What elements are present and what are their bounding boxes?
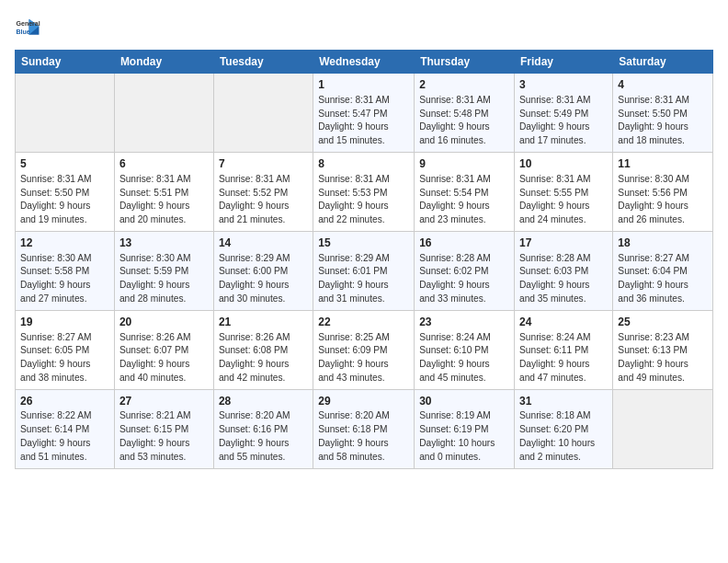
weekday-header-tuesday: Tuesday bbox=[213, 51, 313, 74]
day-number: 1 bbox=[318, 77, 409, 93]
calendar-day-16: 16Sunrise: 8:28 AMSunset: 6:02 PMDayligh… bbox=[415, 231, 515, 310]
calendar-day-8: 8Sunrise: 8:31 AMSunset: 5:53 PMDaylight… bbox=[313, 152, 415, 231]
day-number: 19 bbox=[20, 315, 109, 330]
day-info-line: Sunset: 6:16 PM bbox=[219, 424, 288, 434]
day-info-line: Sunset: 5:55 PM bbox=[519, 188, 588, 198]
day-info-line: Daylight: 9 hours bbox=[618, 121, 688, 132]
calendar-day-14: 14Sunrise: 8:29 AMSunset: 6:00 PMDayligh… bbox=[213, 231, 313, 310]
day-info-line: Sunrise: 8:29 AM bbox=[219, 253, 290, 263]
day-content: Sunrise: 8:23 AMSunset: 6:13 PMDaylight:… bbox=[618, 331, 708, 385]
calendar-day-11: 11Sunrise: 8:30 AMSunset: 5:56 PMDayligh… bbox=[613, 152, 713, 231]
day-info-line: Sunset: 6:14 PM bbox=[20, 424, 89, 434]
day-number: 21 bbox=[219, 315, 308, 330]
day-info-line: and 47 minutes. bbox=[519, 373, 586, 383]
weekday-header-wednesday: Wednesday bbox=[313, 51, 415, 74]
day-info-line: Sunrise: 8:31 AM bbox=[419, 95, 491, 105]
day-number: 29 bbox=[318, 394, 409, 409]
day-content: Sunrise: 8:22 AMSunset: 6:14 PMDaylight:… bbox=[20, 409, 109, 464]
weekday-header-sunday: Sunday bbox=[16, 51, 115, 74]
day-info-line: Sunrise: 8:26 AM bbox=[219, 332, 290, 342]
day-info-line: Sunset: 5:58 PM bbox=[20, 266, 89, 276]
day-info-line: Sunrise: 8:31 AM bbox=[119, 174, 191, 184]
day-info-line: Sunset: 5:53 PM bbox=[318, 188, 387, 198]
day-info-line: and 22 minutes. bbox=[318, 214, 385, 224]
day-info-line: Daylight: 9 hours bbox=[219, 201, 289, 211]
day-info-line: Daylight: 9 hours bbox=[519, 280, 589, 290]
day-content: Sunrise: 8:27 AMSunset: 6:05 PMDaylight:… bbox=[20, 331, 109, 385]
day-info-line: and 38 minutes. bbox=[20, 373, 87, 383]
day-info-line: Sunset: 6:18 PM bbox=[318, 424, 387, 434]
day-info-line: Sunset: 5:54 PM bbox=[419, 188, 488, 198]
calendar-table: SundayMondayTuesdayWednesdayThursdayFrid… bbox=[15, 50, 713, 469]
day-info-line: Sunrise: 8:24 AM bbox=[419, 332, 491, 342]
day-number: 7 bbox=[219, 156, 308, 172]
calendar-day-4: 4Sunrise: 8:31 AMSunset: 5:50 PMDaylight… bbox=[613, 74, 713, 153]
calendar-day-3: 3Sunrise: 8:31 AMSunset: 5:49 PMDaylight… bbox=[515, 74, 613, 153]
day-info-line: and 23 minutes. bbox=[419, 214, 486, 224]
day-number: 20 bbox=[119, 315, 209, 330]
day-number: 16 bbox=[419, 236, 509, 251]
day-info-line: Daylight: 9 hours bbox=[318, 201, 388, 211]
day-info-line: Daylight: 9 hours bbox=[219, 359, 289, 369]
day-info-line: and 20 minutes. bbox=[119, 214, 187, 224]
day-number: 3 bbox=[519, 77, 608, 93]
calendar-empty-cell bbox=[114, 74, 213, 153]
day-info-line: Sunrise: 8:31 AM bbox=[20, 174, 92, 184]
day-info-line: Sunrise: 8:18 AM bbox=[519, 410, 591, 420]
day-info-line: Sunrise: 8:30 AM bbox=[618, 174, 689, 184]
day-info-line: Daylight: 9 hours bbox=[20, 438, 90, 448]
day-info-line: and 31 minutes. bbox=[318, 293, 385, 304]
day-info-line: Sunset: 6:13 PM bbox=[618, 345, 687, 355]
weekday-header-thursday: Thursday bbox=[415, 51, 515, 74]
day-info-line: and 17 minutes. bbox=[519, 135, 586, 145]
day-info-line: Sunset: 6:20 PM bbox=[519, 424, 588, 434]
day-info-line: and 55 minutes. bbox=[219, 452, 286, 462]
day-info-line: Daylight: 9 hours bbox=[419, 121, 489, 132]
day-info-line: Daylight: 9 hours bbox=[618, 359, 688, 369]
calendar-day-17: 17Sunrise: 8:28 AMSunset: 6:03 PMDayligh… bbox=[515, 231, 613, 310]
calendar-day-6: 6Sunrise: 8:31 AMSunset: 5:51 PMDaylight… bbox=[114, 152, 213, 231]
day-info-line: Sunset: 5:50 PM bbox=[20, 188, 89, 198]
day-number: 24 bbox=[519, 315, 608, 330]
day-info-line: and 51 minutes. bbox=[20, 452, 87, 462]
day-info-line: and 19 minutes. bbox=[20, 214, 87, 224]
day-info-line: Sunset: 6:19 PM bbox=[419, 424, 488, 434]
calendar-header-row: SundayMondayTuesdayWednesdayThursdayFrid… bbox=[16, 51, 713, 74]
day-number: 26 bbox=[20, 394, 109, 409]
calendar-day-18: 18Sunrise: 8:27 AMSunset: 6:04 PMDayligh… bbox=[613, 231, 713, 310]
day-info-line: and 35 minutes. bbox=[519, 293, 586, 304]
day-number: 6 bbox=[119, 156, 209, 172]
day-content: Sunrise: 8:18 AMSunset: 6:20 PMDaylight:… bbox=[519, 409, 608, 464]
day-info-line: Sunrise: 8:25 AM bbox=[318, 332, 390, 342]
day-info-line: and 27 minutes. bbox=[20, 293, 87, 304]
day-info-line: Sunrise: 8:31 AM bbox=[318, 95, 390, 105]
calendar-day-22: 22Sunrise: 8:25 AMSunset: 6:09 PMDayligh… bbox=[313, 310, 415, 389]
day-info-line: Sunrise: 8:20 AM bbox=[318, 410, 390, 420]
day-info-line: Sunrise: 8:29 AM bbox=[318, 253, 390, 263]
day-number: 17 bbox=[519, 236, 608, 251]
weekday-header-saturday: Saturday bbox=[613, 51, 713, 74]
calendar-day-9: 9Sunrise: 8:31 AMSunset: 5:54 PMDaylight… bbox=[415, 152, 515, 231]
day-content: Sunrise: 8:24 AMSunset: 6:10 PMDaylight:… bbox=[419, 331, 509, 385]
day-number: 18 bbox=[618, 236, 708, 251]
weekday-header-friday: Friday bbox=[515, 51, 613, 74]
day-number: 10 bbox=[519, 156, 608, 172]
calendar-day-19: 19Sunrise: 8:27 AMSunset: 6:05 PMDayligh… bbox=[16, 310, 115, 389]
day-info-line: and 58 minutes. bbox=[318, 452, 385, 462]
day-info-line: and 15 minutes. bbox=[318, 135, 385, 145]
day-info-line: Daylight: 9 hours bbox=[219, 280, 289, 290]
generalblue-logo-icon: General Blue bbox=[15, 15, 40, 40]
calendar-week-row: 5Sunrise: 8:31 AMSunset: 5:50 PMDaylight… bbox=[16, 152, 713, 231]
calendar-day-2: 2Sunrise: 8:31 AMSunset: 5:48 PMDaylight… bbox=[415, 74, 515, 153]
day-info-line: Sunset: 5:48 PM bbox=[419, 109, 488, 119]
day-info-line: Sunrise: 8:31 AM bbox=[419, 174, 491, 184]
calendar-day-24: 24Sunrise: 8:24 AMSunset: 6:11 PMDayligh… bbox=[515, 310, 613, 389]
day-info-line: Sunset: 6:04 PM bbox=[618, 266, 687, 276]
day-info-line: Sunset: 5:52 PM bbox=[219, 188, 288, 198]
day-number: 22 bbox=[318, 315, 409, 330]
day-info-line: Sunrise: 8:24 AM bbox=[519, 332, 591, 342]
day-info-line: Daylight: 9 hours bbox=[119, 280, 189, 290]
day-info-line: Daylight: 10 hours bbox=[419, 438, 495, 448]
calendar-day-27: 27Sunrise: 8:21 AMSunset: 6:15 PMDayligh… bbox=[114, 389, 213, 468]
day-info-line: and 53 minutes. bbox=[119, 452, 187, 462]
